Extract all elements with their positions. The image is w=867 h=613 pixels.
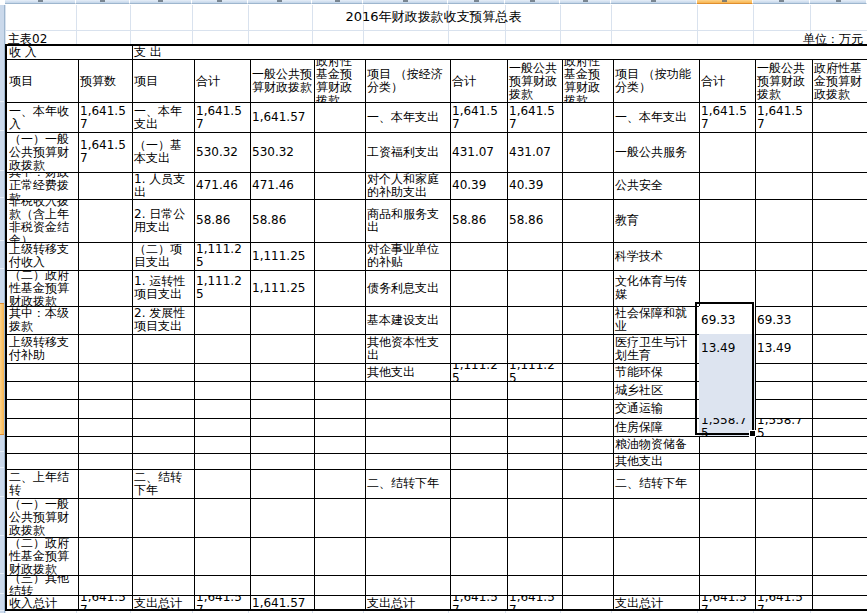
grid-cell-r11c8[interactable]: [450, 399, 508, 419]
grid-cell-r16c9[interactable]: [507, 498, 563, 538]
grid-cell-r10c5[interactable]: [250, 381, 315, 400]
grid-cell-r19c13[interactable]: 1,641.57: [755, 595, 813, 611]
grid-cell-r2c6[interactable]: [314, 132, 366, 173]
grid-cell-r13c13[interactable]: [755, 436, 813, 454]
grid-cell-r4c9[interactable]: 58.86: [507, 199, 563, 243]
grid-cell-r15c9[interactable]: [507, 469, 563, 499]
grid-cell-r1c13[interactable]: 1,641.57: [755, 103, 813, 133]
grid-cell-r7c13[interactable]: 69.33: [755, 306, 813, 335]
grid-cell-r11c2[interactable]: [78, 399, 133, 419]
grid-cell-r2c1[interactable]: （一）一般公共预算财政拨款: [7, 132, 79, 173]
grid-cell-r11c12[interactable]: [699, 399, 756, 419]
grid-cell-r14c6[interactable]: [314, 453, 366, 470]
column-header-c11[interactable]: 项目 （按功能分类）: [613, 60, 700, 103]
grid-cell-r15c12[interactable]: [699, 469, 756, 499]
grid-cell-r9c10[interactable]: [562, 363, 614, 382]
grid-cell-r13c14[interactable]: [812, 436, 867, 454]
grid-cell-r16c7[interactable]: [365, 498, 451, 538]
grid-cell-r3c2[interactable]: [78, 172, 133, 200]
grid-cell-r17c6[interactable]: [314, 537, 366, 576]
grid-cell-r15c13[interactable]: [755, 469, 813, 499]
grid-cell-r3c7[interactable]: 对个人和家庭的补助支出: [365, 172, 451, 200]
grid-cell-r9c9[interactable]: 1,111.25: [507, 363, 563, 382]
grid-cell-r14c12[interactable]: [699, 453, 756, 470]
grid-cell-r17c4[interactable]: [194, 537, 251, 576]
grid-cell-r7c11[interactable]: 社会保障和就业: [613, 306, 700, 335]
grid-cell-r3c8[interactable]: 40.39: [450, 172, 508, 200]
grid-cell-r6c3[interactable]: 1. 运转性项目支出: [132, 270, 195, 307]
grid-cell-r11c4[interactable]: [194, 399, 251, 419]
income-group-header[interactable]: 收 入: [7, 46, 133, 60]
grid-cell-r1c7[interactable]: 一、本年支出: [365, 103, 451, 133]
column-header-c6[interactable]: 政府性基金预算财政拨款: [314, 60, 366, 103]
grid-cell-r16c8[interactable]: [450, 498, 508, 538]
grid-cell-r5c10[interactable]: [562, 242, 614, 271]
grid-cell-r10c10[interactable]: [562, 381, 614, 400]
grid-cell-r15c2[interactable]: [78, 469, 133, 499]
grid-cell-r6c10[interactable]: [562, 270, 614, 307]
grid-cell-r17c7[interactable]: [365, 537, 451, 576]
grid-cell-r16c5[interactable]: [250, 498, 315, 538]
grid-cell-r10c7[interactable]: [365, 381, 451, 400]
column-header-c12[interactable]: 合计: [699, 60, 756, 103]
grid-cell-r9c11[interactable]: 节能环保: [613, 363, 700, 382]
grid-cell-r14c2[interactable]: [78, 453, 133, 470]
grid-cell-r5c11[interactable]: 科学技术: [613, 242, 700, 271]
grid-cell-r12c9[interactable]: [507, 418, 563, 437]
grid-cell-r10c8[interactable]: [450, 381, 508, 400]
grid-cell-r16c13[interactable]: [755, 498, 813, 538]
grid-cell-r17c12[interactable]: [699, 537, 756, 576]
grid-cell-r12c12[interactable]: 1,558.75: [699, 418, 756, 437]
grid-cell-r9c8[interactable]: 1,111.25: [450, 363, 508, 382]
grid-cell-r18c2[interactable]: [78, 575, 133, 596]
grid-cell-r8c13[interactable]: 13.49: [755, 334, 813, 364]
grid-cell-r7c9[interactable]: [507, 306, 563, 335]
grid-cell-r9c4[interactable]: [194, 363, 251, 382]
grid-cell-r6c7[interactable]: 债务利息支出: [365, 270, 451, 307]
grid-cell-r7c8[interactable]: [450, 306, 508, 335]
grid-cell-r19c12[interactable]: 1,641.57: [699, 595, 756, 611]
grid-cell-r1c1[interactable]: 一、本年收入: [7, 103, 79, 133]
grid-cell-r3c10[interactable]: [562, 172, 614, 200]
grid-cell-r12c3[interactable]: [132, 418, 195, 437]
grid-cell-r13c9[interactable]: [507, 436, 563, 454]
grid-cell-r17c3[interactable]: [132, 537, 195, 576]
grid-cell-r6c5[interactable]: 1,111.25: [250, 270, 315, 307]
grid-cell-r7c2[interactable]: [78, 306, 133, 335]
grid-cell-r16c12[interactable]: [699, 498, 756, 538]
grid-cell-r4c13[interactable]: [755, 199, 813, 243]
grid-cell-r8c6[interactable]: [314, 334, 366, 364]
grid-cell-r9c1[interactable]: [7, 363, 79, 382]
grid-cell-r15c3[interactable]: 二、结转下年: [132, 469, 195, 499]
grid-cell-r1c2[interactable]: 1,641.57: [78, 103, 133, 133]
column-strip-segment[interactable]: [753, 0, 810, 4]
grid-cell-r17c13[interactable]: [755, 537, 813, 576]
grid-cell-r8c5[interactable]: [250, 334, 315, 364]
grid-cell-r7c14[interactable]: [812, 306, 867, 335]
grid-cell-r14c11[interactable]: 其他支出: [613, 453, 700, 470]
grid-cell-r1c6[interactable]: [314, 103, 366, 133]
grid-cell-r3c3[interactable]: 1. 人员支出: [132, 172, 195, 200]
grid-cell-r4c5[interactable]: 58.86: [250, 199, 315, 243]
column-header-c1[interactable]: 项目: [7, 60, 79, 103]
grid-cell-r19c7[interactable]: 支出总计: [365, 595, 451, 611]
grid-cell-r1c8[interactable]: 1,641.57: [450, 103, 508, 133]
grid-cell-r10c6[interactable]: [314, 381, 366, 400]
column-header-c4[interactable]: 合计: [194, 60, 251, 103]
grid-cell-r6c1[interactable]: （二）政府性基金预算财政拨款: [7, 270, 79, 307]
grid-cell-r17c2[interactable]: [78, 537, 133, 576]
column-strip-segment[interactable]: [810, 0, 867, 4]
column-header-c8[interactable]: 合计: [450, 60, 508, 103]
grid-cell-r16c6[interactable]: [314, 498, 366, 538]
grid-cell-r10c13[interactable]: [755, 381, 813, 400]
column-header-strip[interactable]: [0, 0, 867, 5]
grid-cell-r7c1[interactable]: 其中：本级拨款: [7, 306, 79, 335]
grid-cell-r17c1[interactable]: （二）政府性基金预算财政拨款: [7, 537, 79, 576]
grid-cell-r14c7[interactable]: [365, 453, 451, 470]
grid-cell-r7c7[interactable]: 基本建设支出: [365, 306, 451, 335]
grid-cell-r14c3[interactable]: [132, 453, 195, 470]
grid-cell-r10c3[interactable]: [132, 381, 195, 400]
grid-cell-r12c7[interactable]: [365, 418, 451, 437]
grid-cell-r10c4[interactable]: [194, 381, 251, 400]
grid-cell-r6c4[interactable]: 1,111.25: [194, 270, 251, 307]
